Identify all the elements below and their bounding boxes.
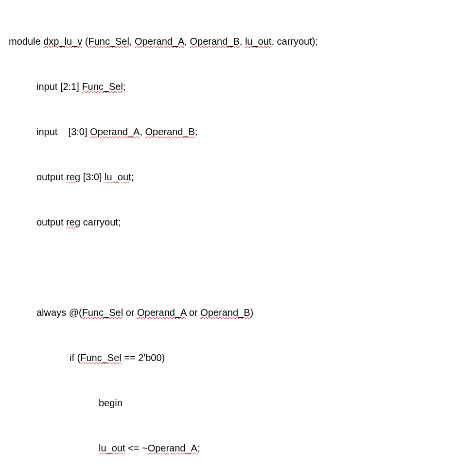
text: always @( [36,307,82,318]
text: [3:0] [80,172,105,182]
text: , [240,36,245,47]
ident-module-name: dxp_lu_v [43,36,82,47]
keyword-reg: reg [66,217,80,227]
ident: lu_out [245,36,272,47]
code-line: always @(Func_Sel or Operand_A or Operan… [9,305,476,320]
ident: Func_Sel [82,307,123,318]
blank-line [9,260,476,275]
text: output [36,172,66,182]
keyword-module: module [9,36,43,47]
code-line: input [2:1] Func_Sel; [9,79,476,94]
code-line: input [3:0] Operand_A, Operand_B; [9,124,476,139]
text: if ( [70,352,80,363]
text: carryout; [80,217,121,227]
ident: Operand_B [200,307,250,318]
text: , [129,36,135,47]
text: output [36,217,66,227]
text: ; [197,443,200,453]
ident: Func_Sel [82,81,123,92]
ident: lu_out [105,172,131,182]
text: <= ~ [125,443,148,453]
ident: Func_Sel [88,36,129,47]
code-line: if (Func_Sel == 2'b00) [9,350,476,365]
code-line: begin [9,396,476,411]
text: ) [250,307,253,318]
keyword-reg: reg [66,172,80,182]
text: input [3:0] [36,126,90,137]
text: ; [195,126,198,137]
ident: Operand_A [148,443,197,453]
text: or [123,307,137,318]
ident: lu_out [99,443,125,453]
ident: Operand_B [145,126,195,137]
text: or [186,307,200,318]
text: == 2'b00) [122,352,165,363]
code-line: lu_out <= ~Operand_A; [9,441,476,456]
code-line: output reg carryout; [9,215,476,230]
text: input [2:1] [36,81,82,92]
text: , [140,126,145,137]
ident: Operand_A [137,307,186,318]
code-line: output reg [3:0] lu_out; [9,170,476,185]
ident: Operand_B [190,36,239,47]
ident: Operand_A [135,36,184,47]
text: ; [131,172,134,182]
text: ; [123,81,126,92]
text: ( [82,36,88,47]
ident: Func_Sel [80,352,122,363]
code-line: module dxp_lu_v (Func_Sel, Operand_A, Op… [9,34,476,49]
ident: Operand_A [90,126,140,137]
code-page: module dxp_lu_v (Func_Sel, Operand_A, Op… [0,0,476,467]
text: , [184,36,190,47]
text: , carryout); [271,36,318,47]
